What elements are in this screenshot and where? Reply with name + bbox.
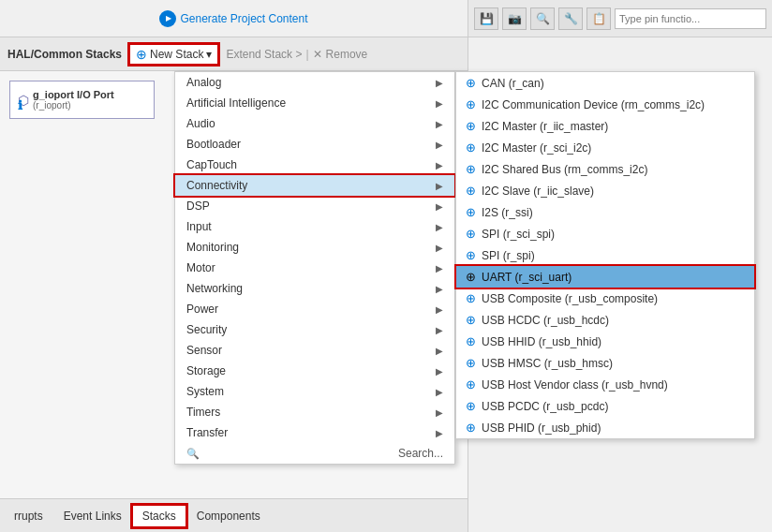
submenu-item-1[interactable]: ⊕I2C Communication Device (rm_comms_i2c) [456, 94, 754, 115]
menu-item-input[interactable]: Input▶ [175, 216, 454, 237]
menu-item-connectivity[interactable]: Connectivity▶ [175, 175, 454, 196]
dropdown-menu: Analog▶Artificial Intelligence▶Audio▶Boo… [174, 71, 455, 465]
submenu-item-13[interactable]: ⊕USB HMSC (r_usb_hmsc) [456, 352, 754, 374]
menu-item-motor[interactable]: Motor▶ [175, 258, 454, 278]
menu-item-storage[interactable]: Storage▶ [175, 361, 454, 381]
menu-item-security[interactable]: Security▶ [175, 319, 454, 340]
menu-item-analog[interactable]: Analog▶ [175, 72, 454, 93]
submenu-item-9[interactable]: ⊕UART (r_sci_uart) [456, 266, 754, 288]
conn-icon: ⊕ [466, 356, 476, 370]
conn-icon: ⊕ [466, 421, 476, 435]
submenu-item-10[interactable]: ⊕USB Composite (r_usb_composite) [456, 288, 754, 309]
menu-arrow: ▶ [436, 98, 443, 109]
menu-arrow: ▶ [436, 284, 443, 294]
menu-item-label: Connectivity [186, 179, 247, 192]
menu-arrow: ▶ [436, 119, 443, 129]
menu-item-label: Input [186, 220, 212, 233]
menu-item-artificial-intelligence[interactable]: Artificial Intelligence▶ [175, 93, 454, 113]
submenu-item-label: USB HCDC (r_usb_hcdc) [482, 314, 609, 327]
menu-item-label: System [186, 385, 224, 398]
new-stack-icon: ⊕ [136, 47, 147, 62]
generate-project-button[interactable]: Generate Project Content [159, 10, 307, 27]
submenu-item-4[interactable]: ⊕I2C Shared Bus (rm_comms_i2c) [456, 158, 754, 180]
menu-item-bootloader[interactable]: Bootloader▶ [175, 134, 454, 155]
menu-item-label: Motor [186, 261, 215, 274]
submenu-item-label: USB PCDC (r_usb_pcdc) [482, 400, 608, 413]
toolbar-btn-clipboard[interactable]: 📋 [586, 7, 611, 30]
submenu-item-label: USB HHID (r_usb_hhid) [482, 335, 601, 348]
submenu-item-6[interactable]: ⊕I2S (r_ssi) [456, 201, 754, 223]
submenu-item-12[interactable]: ⊕USB HHID (r_usb_hhid) [456, 331, 754, 352]
submenu-item-8[interactable]: ⊕SPI (r_spi) [456, 244, 754, 266]
conn-icon: ⊕ [466, 248, 476, 262]
menu-arrow: ▶ [436, 304, 443, 315]
submenu-item-15[interactable]: ⊕USB PCDC (r_usb_pcdc) [456, 395, 754, 417]
conn-icon: ⊕ [466, 227, 476, 241]
menu-arrow: ▶ [436, 201, 443, 212]
menu-arrow: ▶ [436, 366, 443, 377]
menu-item-label: Timers [186, 406, 220, 419]
conn-icon: ⊕ [466, 377, 476, 392]
menu-item-networking[interactable]: Networking▶ [175, 278, 454, 299]
submenu-item-label: I2S (r_ssi) [482, 206, 533, 219]
tab-interrupts[interactable]: rrupts [4, 505, 53, 527]
menu-item-label: Transfer [186, 426, 228, 439]
menu-item-sensor[interactable]: Sensor▶ [175, 340, 454, 361]
submenu-item-5[interactable]: ⊕I2C Slave (r_iic_slave) [456, 180, 754, 201]
submenu-item-11[interactable]: ⊕USB HCDC (r_usb_hcdc) [456, 309, 754, 331]
stack-sub: (r_ioport) [33, 100, 114, 111]
conn-icon: ⊕ [466, 270, 476, 284]
stack-info-icon: ℹ [18, 98, 22, 112]
submenu-item-16[interactable]: ⊕USB PHID (r_usb_phid) [456, 417, 754, 438]
menu-item-label: CapTouch [186, 158, 237, 171]
menu-arrow: ▶ [436, 160, 443, 170]
toolbar-btn-search[interactable]: 🔍 [530, 7, 555, 30]
stack-item-ioport[interactable]: ⬡ g_ioport I/O Port (r_ioport) ℹ [9, 81, 155, 119]
menu-arrow: ▶ [436, 181, 443, 191]
submenu-item-label: USB PHID (r_usb_phid) [482, 421, 601, 435]
search-icon-sm: 🔍 [186, 448, 200, 460]
menu-item-system[interactable]: System▶ [175, 381, 454, 402]
generate-label: Generate Project Content [180, 12, 307, 25]
bottom-tabs: rrupts Event Links Stacks Components [0, 498, 468, 532]
menu-item-dsp[interactable]: DSP▶ [175, 196, 454, 216]
toolbar-btn-camera[interactable]: 📷 [502, 7, 527, 30]
extend-remove-area: Extend Stack > | ✕ Remove [226, 48, 367, 61]
submenu-item-label: USB Composite (r_usb_composite) [482, 292, 658, 305]
menu-item-label: Storage [186, 364, 226, 377]
tab-event-links[interactable]: Event Links [53, 505, 132, 527]
submenu-item-7[interactable]: ⊕SPI (r_sci_spi) [456, 223, 754, 244]
submenu-item-0[interactable]: ⊕CAN (r_can) [456, 72, 754, 94]
conn-icon: ⊕ [466, 205, 476, 219]
conn-icon: ⊕ [466, 76, 476, 90]
submenu-item-label: USB HMSC (r_usb_hmsc) [482, 357, 613, 370]
menu-item-timers[interactable]: Timers▶ [175, 402, 454, 422]
stack-item-header: ⬡ g_ioport I/O Port (r_ioport) [18, 89, 146, 111]
menu-item-captouch[interactable]: CapTouch▶ [175, 155, 454, 175]
submenu-item-3[interactable]: ⊕I2C Master (r_sci_i2c) [456, 137, 754, 158]
toolbar-btn-settings[interactable]: 🔧 [558, 7, 583, 30]
left-panel: Generate Project Content HAL/Common Stac… [0, 0, 468, 532]
tab-components[interactable]: Components [186, 505, 271, 527]
menu-item-label: Analog [186, 76, 221, 89]
stack-label: g_ioport I/O Port [33, 89, 114, 100]
submenu-item-label: UART (r_sci_uart) [482, 271, 572, 284]
tab-stacks[interactable]: Stacks [132, 505, 186, 527]
menu-arrow: ▶ [436, 346, 443, 356]
menu-item-label: Monitoring [186, 241, 239, 254]
menu-item-monitoring[interactable]: Monitoring▶ [175, 237, 454, 258]
menu-item-transfer[interactable]: Transfer▶ [175, 422, 454, 443]
new-stack-button[interactable]: ⊕ New Stack ▾ [129, 44, 218, 65]
submenu-item-14[interactable]: ⊕USB Host Vendor class (r_usb_hvnd) [456, 374, 754, 395]
pin-search-input[interactable] [615, 8, 766, 29]
menu-arrow: ▶ [436, 78, 443, 88]
menu-item-search[interactable]: 🔍Search... [175, 443, 454, 464]
toolbar-btn-save[interactable]: 💾 [474, 7, 498, 30]
main-container: Generate Project Content HAL/Common Stac… [0, 0, 772, 532]
menu-item-audio[interactable]: Audio▶ [175, 113, 454, 134]
new-stack-arrow: ▾ [206, 48, 212, 61]
submenu-item-2[interactable]: ⊕I2C Master (r_iic_master) [456, 115, 754, 137]
menu-item-power[interactable]: Power▶ [175, 299, 454, 319]
remove-icon: ✕ [313, 48, 322, 61]
submenu-item-label: I2C Slave (r_iic_slave) [482, 185, 594, 198]
